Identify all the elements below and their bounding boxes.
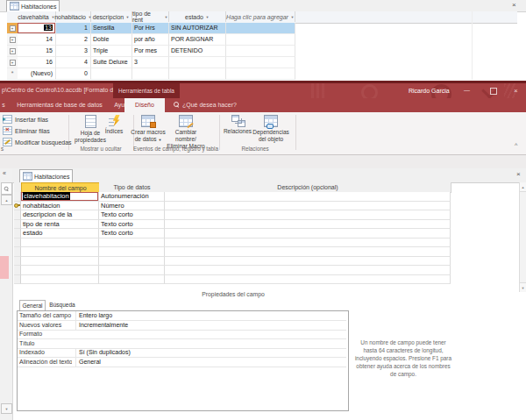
scroll-up-icon[interactable]: ▲ [520,182,526,192]
design-cell-r6c2[interactable] [99,238,165,248]
maximize-icon[interactable] [490,88,497,95]
column-header-6[interactable]: Haga clic para agregar▼ [226,11,295,22]
design-cell-r5c3[interactable] [165,229,451,238]
cell-r3c4[interactable]: Por mes [132,46,169,57]
cell-r2c2[interactable]: 2 [56,34,91,46]
design-cell-r9c3[interactable] [165,266,451,275]
cell-r1c3[interactable]: Sensilla [91,23,132,34]
field-row-selector[interactable] [14,247,21,257]
design-cell-r10c2[interactable] [99,275,165,285]
cell-r4c2[interactable]: 4 [56,57,91,68]
expand-record-icon[interactable]: + [10,37,16,43]
object-dependencies-button[interactable]: Dependencias del objeto [249,115,293,143]
cell-r5c5[interactable] [169,68,226,80]
design-cell-r4c3[interactable] [165,220,451,230]
collapse-ribbon-icon[interactable]: ^ [515,142,517,148]
column-header-2[interactable]: nohabitacio▼ [56,11,91,22]
cell-r1c5[interactable]: SIN AUTORIZAR [169,23,226,34]
design-cell-r6c1[interactable] [21,238,99,248]
datasheet-tab-habitaciones[interactable]: Habitaciones [6,0,60,11]
scroll-down-icon[interactable]: ▼ [520,282,526,292]
tell-me-search[interactable]: ¿Qué desea hacer? [182,98,237,112]
field-row-selector[interactable] [14,229,21,238]
design-cell-r6c3[interactable] [165,238,451,248]
property-value[interactable]: Entero largo [75,311,345,320]
field-row-selector[interactable] [14,257,21,267]
column-dropdown-icon[interactable]: ▼ [165,15,168,19]
cell-r5c4[interactable] [132,68,169,80]
close-icon[interactable]: × [512,2,516,9]
tab-busqueda[interactable]: Búsqueda [47,300,77,310]
field-row-selector[interactable] [14,238,21,248]
design-cell-r1c1[interactable]: clavehabitacion [21,192,99,202]
design-cell-r3c2[interactable]: Texto corto [99,210,165,220]
column-dropdown-icon[interactable]: ▼ [126,15,130,19]
column-dropdown-icon[interactable]: ▼ [290,15,294,19]
nav-scroll-down-icon[interactable]: ▼ [1,403,12,414]
design-cell-r1c2[interactable]: Autonumeración [99,192,165,202]
property-row[interactable]: Formato [18,330,346,339]
cell-r3c2[interactable]: 3 [56,46,91,57]
column-header-3[interactable]: descripcion▼ [91,11,132,22]
field-row-selector[interactable] [14,220,21,230]
design-cell-r9c1[interactable] [21,266,99,275]
close-window-icon[interactable]: × [514,87,518,96]
cell-r4c4[interactable]: 3 [132,57,169,68]
design-cell-r3c3[interactable] [165,210,451,220]
minimize-icon[interactable]: — [464,86,470,95]
design-cell-r2c1[interactable]: nohabitacion [21,202,99,211]
design-cell-r5c1[interactable]: estado [21,229,99,238]
design-tab-habitaciones[interactable]: Habitaciones [19,169,73,182]
column-header-4[interactable]: tipo de rent▼ [132,11,169,22]
modify-lookups-button[interactable]: Modificar búsquedas [3,138,72,146]
cell-r3c6[interactable] [226,46,295,57]
cell-r5c3[interactable] [91,68,132,80]
design-cell-r7c2[interactable] [99,247,165,257]
property-row[interactable]: Título [18,339,346,349]
design-cell-r1c3[interactable] [165,192,451,202]
column-dropdown-icon[interactable]: ▼ [206,15,210,19]
column-header-5[interactable]: estado▼ [169,11,226,22]
design-cell-r7c1[interactable] [21,247,99,257]
cell-r4c6[interactable] [226,57,295,68]
nav-search-icon[interactable] [1,182,12,195]
design-cell-r4c2[interactable]: Texto corto [99,220,165,230]
cell-r4c3[interactable]: Suite Deluxe [91,57,132,68]
design-cell-r9c2[interactable] [99,266,165,275]
new-record-icon[interactable]: * [11,71,14,76]
design-cell-r5c2[interactable]: Texto corto [99,229,165,238]
design-scrollbar[interactable]: ▲ ▼ [519,182,526,292]
create-data-macros-button[interactable]: Crear macros de datos ▼ [131,115,166,143]
nav-scroll-up-icon[interactable]: ▲ [1,195,12,205]
cell-r2c6[interactable] [226,34,295,46]
design-cell-r10c3[interactable] [165,275,451,285]
property-row[interactable]: Nuevos valoresIncrementalmente [18,321,346,331]
cell-r4c1[interactable]: 16 [18,57,56,68]
cell-r2c4[interactable]: por año [132,34,169,46]
insert-rows-button[interactable]: Insertar filas [3,115,48,124]
design-cell-r8c1[interactable] [21,257,99,267]
indexes-button[interactable]: Índices [101,115,127,135]
design-cell-r8c3[interactable] [165,257,451,267]
cell-r1c4[interactable]: Por Hrs [132,23,169,34]
design-cell-r7c3[interactable] [165,247,451,257]
expand-record-icon[interactable]: + [10,60,16,66]
column-header-1[interactable]: clavehabita▼ [18,11,56,22]
field-row-selector[interactable] [14,210,21,220]
design-cell-r3c1[interactable]: descripcion de la habitacion [21,210,99,220]
cell-r3c5[interactable]: DETENIDO [169,46,226,57]
ribbon-tab-diseno[interactable]: Diseño [124,98,165,112]
navigation-pane-collapsed[interactable]: « ▲ ▼ [0,168,13,420]
cell-r5c2[interactable]: 0 [56,68,91,80]
property-row[interactable]: IndexadoSí (Sin duplicados) [18,348,346,358]
property-row[interactable]: Alineación del textoGeneral [18,358,346,367]
close-object-icon[interactable]: × [516,171,521,178]
property-value[interactable]: Sí (Sin duplicados) [75,348,345,357]
ribbon-tab-herramientas-bd[interactable]: Herramientas de base de datos [12,98,107,112]
cell-r2c1[interactable]: 14 [18,34,56,46]
cell-r1c2[interactable]: 1 [56,23,91,34]
cell-r5c1[interactable]: (Nuevo) [18,68,56,80]
cell-r3c3[interactable]: Triple [91,46,132,57]
property-value[interactable]: General [75,358,345,367]
field-row-selector[interactable] [14,202,21,211]
